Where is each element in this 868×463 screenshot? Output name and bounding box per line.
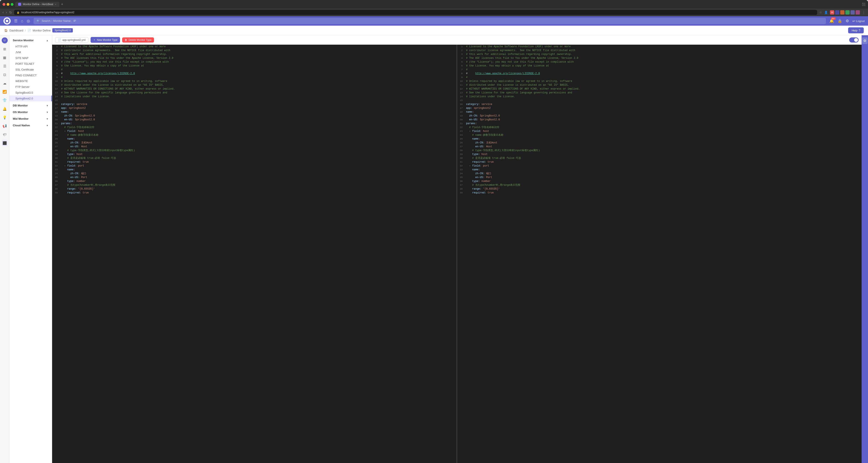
profile-icon[interactable]: 👤	[824, 11, 828, 14]
breadcrumb: 🏠 DashBoard / 📄 Monitor Define SpringBoo…	[0, 26, 868, 35]
code-line-36: 36 type: number	[52, 179, 457, 183]
new-monitor-type-button[interactable]: ＋ New Monitor Type	[91, 37, 120, 43]
editor-pane-right[interactable]: 1# Licensed to the Apache Software Found…	[457, 45, 862, 463]
monitor-define-icon: 📄	[28, 29, 31, 32]
traffic-light-red[interactable]	[3, 3, 5, 6]
ext-icon-2[interactable]	[835, 10, 839, 15]
cloud-native-label: Cloud Native	[13, 124, 30, 127]
os-monitor-group: OS Monitor ▼	[9, 109, 52, 115]
avatar-icon: U	[2, 37, 8, 44]
ext-icon-4[interactable]	[845, 10, 849, 15]
settings-icon[interactable]: ⚙	[845, 19, 849, 23]
code-line-2: 2# contributor license agreements. See t…	[52, 49, 457, 52]
tab-close-icon[interactable]: ×	[55, 3, 56, 5]
github-icon[interactable]: ⌂	[21, 19, 23, 23]
springboot20-item[interactable]: SpringBoot2.0	[9, 95, 52, 101]
jvm-item[interactable]: JVM	[9, 49, 52, 55]
header-right: 🔔 99+ 🔒 ⚙ ↩ Logout	[829, 19, 865, 23]
nav-forward-button[interactable]: ›	[6, 10, 7, 14]
hamburger-icon[interactable]: ☰	[14, 19, 18, 23]
help-icon: ?	[859, 29, 860, 32]
new-tab-button[interactable]: +	[61, 2, 63, 7]
mid-monitor-header[interactable]: Mid Monitor ▼	[9, 115, 52, 122]
notification-bell[interactable]: 🔔 99+	[829, 19, 834, 23]
code-line-30: 30 # 是否是必输项 true-必填 false-可选	[52, 156, 457, 160]
ping-connect-item[interactable]: PING CONNECT	[9, 73, 52, 78]
ssl-cert-item[interactable]: SSL Certificate	[9, 67, 52, 73]
sidebar-icon-cloud[interactable]: ☁	[2, 80, 8, 86]
os-monitor-header[interactable]: OS Monitor ▼	[9, 109, 52, 115]
code-line-1: 1# Licensed to the Apache Software Found…	[52, 45, 457, 49]
sidebar-icon-megaphone[interactable]: 📢	[2, 123, 8, 129]
nav-reload-button[interactable]: ↻	[9, 10, 12, 15]
db-monitor-header[interactable]: DB Monitor ▼	[9, 102, 52, 109]
sidebar-icon-wifi[interactable]: 📶	[2, 89, 8, 95]
ext-icon-5[interactable]	[850, 10, 855, 15]
ext-icon-1[interactable]: 99	[830, 10, 834, 15]
notification-badge: 99+	[831, 17, 836, 20]
sidebar-icon-grid[interactable]: ⊡	[2, 71, 8, 78]
sidebar-icon-terminal[interactable]: ⬛	[2, 140, 8, 146]
toggle-switch[interactable]	[849, 37, 859, 42]
file-button[interactable]: 📄 app-springboot2.yml	[55, 37, 88, 43]
code-line-25: 25 name:	[52, 137, 457, 141]
breadcrumb-sep: /	[25, 29, 26, 32]
lock-header-icon[interactable]: 🔒	[837, 19, 842, 23]
extensions-area: 99	[830, 10, 860, 15]
tab-favicon	[18, 3, 21, 6]
more-icon[interactable]: ⋮	[862, 10, 865, 15]
breadcrumb-page[interactable]: Monitor Define	[33, 29, 51, 32]
sidebar-icon-bulb[interactable]: 💡	[2, 114, 8, 120]
site-map-item[interactable]: SITE MAP	[9, 55, 52, 61]
ext-icon-3[interactable]	[840, 10, 844, 15]
settings-right-icon[interactable]: ⚙	[862, 37, 868, 44]
traffic-light-yellow[interactable]	[7, 3, 9, 6]
code-line-32: 32 - field: port	[52, 164, 457, 168]
db-monitor-label: DB Monitor	[13, 104, 28, 107]
breadcrumb-home[interactable]: DashBoard	[9, 29, 23, 32]
cloud-native-header[interactable]: Cloud Native ▼	[9, 122, 52, 129]
code-line-28: 28 # type-字段类型,样式(大部分映射input标签type属性)	[52, 149, 457, 152]
chevron-up-icon: ▲	[46, 39, 49, 42]
icon-sidebar: U ⊞ ▦ ☰ ⊡ ☁ 📶 👕 🔔 💡 📢 🏷 ⬛	[0, 35, 9, 463]
sidebar-icon-monitor[interactable]: ▦	[2, 55, 8, 60]
springboot30-item[interactable]: SpringBoot3.0	[9, 90, 52, 95]
help-circle-icon[interactable]: ◎	[27, 19, 30, 23]
code-line-3: 3# this work for additional information …	[52, 52, 457, 56]
browser-tab[interactable]: Monitor Define - HertzBeat ×	[15, 2, 59, 7]
service-monitor-header[interactable]: Service Monitor ▲	[9, 37, 52, 44]
search-icon: 🔍	[36, 20, 40, 23]
bookmark-icon[interactable]: ☆	[819, 11, 822, 14]
code-line-12: 12# WITHOUT WARRANTIES OR CONDITIONS OF …	[52, 87, 457, 91]
ftp-server-item[interactable]: FTP Server	[9, 84, 52, 90]
url-text: localhost:4200/setting/define?app=spring…	[21, 11, 74, 14]
mid-monitor-group: Mid Monitor ▼	[9, 115, 52, 122]
port-telnet-item[interactable]: PORT TELNET	[9, 61, 52, 67]
logout-button[interactable]: ↩ Logout	[852, 19, 865, 23]
sidebar-icon-bell[interactable]: 🔔	[2, 106, 8, 112]
delete-monitor-type-button[interactable]: 🗑 Delete Monitor Type	[122, 37, 154, 42]
code-line-38: 38 range: '[0,65535]'	[52, 187, 457, 191]
sidebar-icon-list[interactable]: ☰	[2, 63, 8, 69]
ext-icon-6[interactable]	[856, 10, 860, 15]
traffic-light-green[interactable]	[11, 3, 13, 6]
header-search[interactable]: 🔍 Search：Monitor Name、IP	[34, 18, 826, 24]
help-button[interactable]: Help ?	[848, 27, 864, 33]
code-line-7: 7#	[52, 68, 457, 71]
sidebar-icon-overview[interactable]: ⊞	[2, 46, 8, 52]
home-icon: 🏠	[4, 29, 8, 32]
url-input[interactable]: 🔒 localhost:4200/setting/define?app=spri…	[14, 10, 817, 15]
service-monitor-label: Service Monitor	[13, 39, 34, 42]
sidebar-icon-tag[interactable]: 🏷	[2, 132, 8, 138]
code-line-23: 23 - field: host	[52, 129, 457, 133]
code-line-18: 18name:	[52, 110, 457, 114]
website-item[interactable]: WEBSITE	[9, 78, 52, 84]
code-line-34: 34 zh-CN: 端口	[52, 172, 457, 175]
editor-toolbar: 📄 app-springboot2.yml ＋ New Monitor Type…	[52, 35, 862, 45]
main-layout: U ⊞ ▦ ☰ ⊡ ☁ 📶 👕 🔔 💡 📢 🏷 ⬛ Service Monito…	[0, 35, 868, 463]
sidebar-icon-shirt[interactable]: 👕	[2, 97, 8, 103]
code-line-5: 5# (the "License"); you may not use this…	[52, 60, 457, 64]
nav-back-button[interactable]: ‹	[3, 10, 4, 14]
http-api-item[interactable]: HTTP API	[9, 44, 52, 49]
editor-pane-left[interactable]: 1# Licensed to the Apache Software Found…	[52, 45, 457, 463]
